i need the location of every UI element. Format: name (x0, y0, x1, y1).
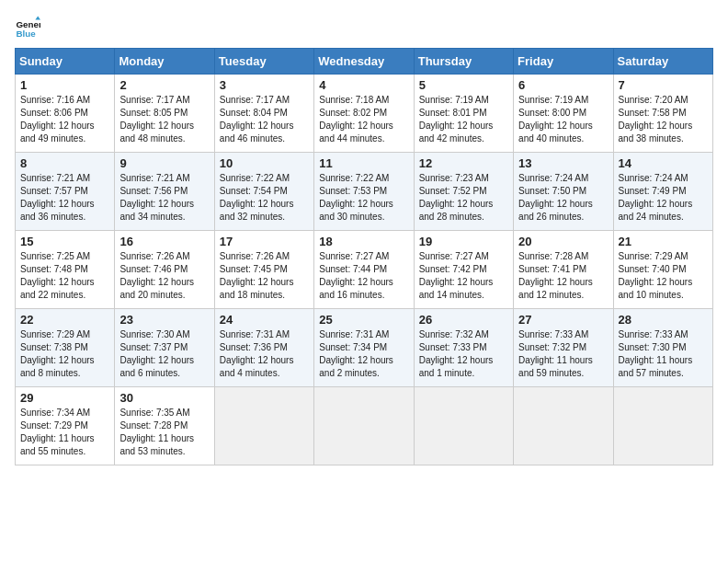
table-row: 23Sunrise: 7:30 AMSunset: 7:37 PMDayligh… (115, 309, 214, 387)
col-monday: Monday (115, 49, 214, 75)
calendar-table: Sunday Monday Tuesday Wednesday Thursday… (15, 48, 713, 465)
table-row: 7Sunrise: 7:20 AMSunset: 7:58 PMDaylight… (613, 75, 712, 153)
calendar-week-2: 8Sunrise: 7:21 AMSunset: 7:57 PMDaylight… (16, 153, 713, 231)
table-row: 20Sunrise: 7:28 AMSunset: 7:41 PMDayligh… (514, 231, 613, 309)
table-row: 24Sunrise: 7:31 AMSunset: 7:36 PMDayligh… (214, 309, 313, 387)
col-sunday: Sunday (16, 49, 115, 75)
col-thursday: Thursday (414, 49, 513, 75)
table-row: 18Sunrise: 7:27 AMSunset: 7:44 PMDayligh… (314, 231, 414, 309)
table-row: 26Sunrise: 7:32 AMSunset: 7:33 PMDayligh… (414, 309, 513, 387)
table-row: 15Sunrise: 7:25 AMSunset: 7:48 PMDayligh… (16, 231, 115, 309)
table-row: 1Sunrise: 7:16 AMSunset: 8:06 PMDaylight… (16, 75, 115, 153)
table-row: 9Sunrise: 7:21 AMSunset: 7:56 PMDaylight… (115, 153, 214, 231)
table-row (214, 387, 313, 465)
table-row: 27Sunrise: 7:33 AMSunset: 7:32 PMDayligh… (514, 309, 613, 387)
calendar-header-row: Sunday Monday Tuesday Wednesday Thursday… (16, 49, 713, 75)
col-wednesday: Wednesday (314, 49, 414, 75)
svg-marker-2 (35, 16, 40, 19)
table-row: 29Sunrise: 7:34 AMSunset: 7:29 PMDayligh… (16, 387, 115, 465)
table-row: 5Sunrise: 7:19 AMSunset: 8:01 PMDaylight… (414, 75, 513, 153)
table-row (613, 387, 712, 465)
table-row: 21Sunrise: 7:29 AMSunset: 7:40 PMDayligh… (613, 231, 712, 309)
table-row: 10Sunrise: 7:22 AMSunset: 7:54 PMDayligh… (214, 153, 313, 231)
calendar-week-5: 29Sunrise: 7:34 AMSunset: 7:29 PMDayligh… (16, 387, 713, 465)
table-row: 30Sunrise: 7:35 AMSunset: 7:28 PMDayligh… (115, 387, 214, 465)
logo-icon: General Blue (15, 15, 40, 40)
calendar-week-4: 22Sunrise: 7:29 AMSunset: 7:38 PMDayligh… (16, 309, 713, 387)
table-row (314, 387, 414, 465)
col-friday: Friday (514, 49, 613, 75)
table-row: 25Sunrise: 7:31 AMSunset: 7:34 PMDayligh… (314, 309, 414, 387)
table-row: 4Sunrise: 7:18 AMSunset: 8:02 PMDaylight… (314, 75, 414, 153)
table-row: 19Sunrise: 7:27 AMSunset: 7:42 PMDayligh… (414, 231, 513, 309)
table-row: 12Sunrise: 7:23 AMSunset: 7:52 PMDayligh… (414, 153, 513, 231)
table-row (414, 387, 513, 465)
table-row: 22Sunrise: 7:29 AMSunset: 7:38 PMDayligh… (16, 309, 115, 387)
calendar-week-3: 15Sunrise: 7:25 AMSunset: 7:48 PMDayligh… (16, 231, 713, 309)
page-header: General Blue (15, 15, 713, 40)
table-row: 14Sunrise: 7:24 AMSunset: 7:49 PMDayligh… (613, 153, 712, 231)
table-row: 16Sunrise: 7:26 AMSunset: 7:46 PMDayligh… (115, 231, 214, 309)
table-row: 2Sunrise: 7:17 AMSunset: 8:05 PMDaylight… (115, 75, 214, 153)
calendar-week-1: 1Sunrise: 7:16 AMSunset: 8:06 PMDaylight… (16, 75, 713, 153)
col-tuesday: Tuesday (214, 49, 313, 75)
logo: General Blue (15, 15, 44, 40)
table-row: 17Sunrise: 7:26 AMSunset: 7:45 PMDayligh… (214, 231, 313, 309)
table-row: 3Sunrise: 7:17 AMSunset: 8:04 PMDaylight… (214, 75, 313, 153)
table-row: 11Sunrise: 7:22 AMSunset: 7:53 PMDayligh… (314, 153, 414, 231)
table-row (514, 387, 613, 465)
table-row: 28Sunrise: 7:33 AMSunset: 7:30 PMDayligh… (613, 309, 712, 387)
svg-text:Blue: Blue (16, 29, 36, 39)
table-row: 6Sunrise: 7:19 AMSunset: 8:00 PMDaylight… (514, 75, 613, 153)
table-row: 13Sunrise: 7:24 AMSunset: 7:50 PMDayligh… (514, 153, 613, 231)
table-row: 8Sunrise: 7:21 AMSunset: 7:57 PMDaylight… (16, 153, 115, 231)
col-saturday: Saturday (613, 49, 712, 75)
